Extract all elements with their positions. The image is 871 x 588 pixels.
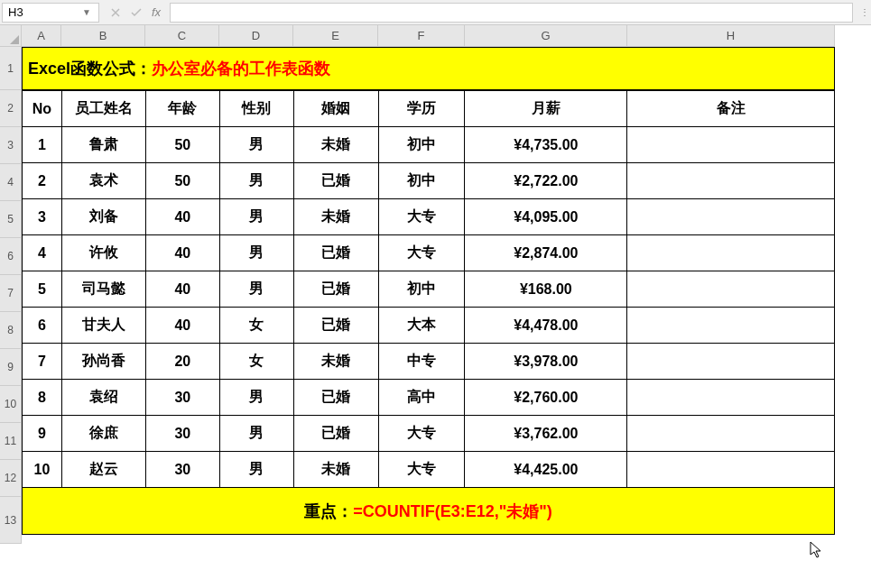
cell-education[interactable]: 初中 bbox=[378, 163, 465, 199]
header-remark[interactable]: 备注 bbox=[627, 91, 835, 127]
cell-remark[interactable] bbox=[627, 416, 835, 452]
table-header-row[interactable]: No 员工姓名 年龄 性别 婚姻 学历 月薪 备注 bbox=[23, 91, 835, 127]
cell-name[interactable]: 司马懿 bbox=[61, 271, 145, 308]
cell-remark[interactable] bbox=[627, 127, 835, 163]
cell-no[interactable]: 3 bbox=[23, 199, 62, 235]
cell-salary[interactable]: ¥4,735.00 bbox=[465, 127, 627, 163]
column-header[interactable]: F bbox=[378, 25, 465, 47]
name-box-dropdown-icon[interactable]: ▼ bbox=[80, 7, 93, 17]
table-row[interactable]: 2袁术50男已婚初中¥2,722.00 bbox=[23, 163, 835, 199]
cell-education[interactable]: 初中 bbox=[378, 127, 465, 163]
cell-gender[interactable]: 女 bbox=[219, 308, 293, 344]
cell-remark[interactable] bbox=[627, 235, 835, 271]
cell-salary[interactable]: ¥2,874.00 bbox=[465, 235, 627, 271]
header-salary[interactable]: 月薪 bbox=[465, 91, 627, 127]
name-box[interactable]: H3 ▼ bbox=[2, 3, 99, 23]
row-header[interactable]: 12 bbox=[0, 460, 22, 497]
cell-marital[interactable]: 已婚 bbox=[293, 271, 378, 308]
cell-remark[interactable] bbox=[627, 271, 835, 308]
cell-no[interactable]: 4 bbox=[23, 235, 62, 271]
cell-name[interactable]: 徐庶 bbox=[61, 416, 145, 452]
column-header[interactable]: B bbox=[61, 25, 145, 47]
table-row[interactable]: 9徐庶30男已婚大专¥3,762.00 bbox=[23, 416, 835, 452]
cell-education[interactable]: 大专 bbox=[378, 199, 465, 235]
cell-salary[interactable]: ¥3,762.00 bbox=[465, 416, 627, 452]
table-row[interactable]: 3刘备40男未婚大专¥4,095.00 bbox=[23, 199, 835, 235]
row-header[interactable]: 8 bbox=[0, 312, 22, 349]
table-row[interactable]: 5司马懿40男已婚初中¥168.00 bbox=[23, 271, 835, 308]
row-header[interactable]: 13 bbox=[0, 497, 22, 544]
cell-marital[interactable]: 未婚 bbox=[293, 452, 378, 488]
cell-no[interactable]: 5 bbox=[23, 271, 62, 308]
cell-name[interactable]: 刘备 bbox=[61, 199, 145, 235]
cell-marital[interactable]: 未婚 bbox=[293, 127, 378, 163]
confirm-icon[interactable] bbox=[130, 7, 143, 18]
table-row[interactable]: 10赵云30男未婚大专¥4,425.00 bbox=[23, 452, 835, 488]
cell-salary[interactable]: ¥2,760.00 bbox=[465, 380, 627, 416]
cell-remark[interactable] bbox=[627, 380, 835, 416]
cell-gender[interactable]: 男 bbox=[219, 452, 293, 488]
footer-row[interactable]: 重点： =COUNTIF(E3:E12,"未婚") bbox=[22, 488, 835, 535]
column-header[interactable]: E bbox=[293, 25, 378, 47]
cell-education[interactable]: 初中 bbox=[378, 271, 465, 308]
table-row[interactable]: 7孙尚香20女未婚中专¥3,978.00 bbox=[23, 344, 835, 380]
cell-marital[interactable]: 已婚 bbox=[293, 163, 378, 199]
fx-icon[interactable]: fx bbox=[152, 5, 161, 19]
row-header[interactable]: 11 bbox=[0, 423, 22, 460]
column-header[interactable]: H bbox=[627, 25, 835, 47]
table-row[interactable]: 8袁绍30男已婚高中¥2,760.00 bbox=[23, 380, 835, 416]
cell-name[interactable]: 许攸 bbox=[61, 235, 145, 271]
cell-gender[interactable]: 男 bbox=[219, 199, 293, 235]
cell-name[interactable]: 赵云 bbox=[61, 452, 145, 488]
header-age[interactable]: 年龄 bbox=[145, 91, 219, 127]
cell-no[interactable]: 9 bbox=[23, 416, 62, 452]
cell-gender[interactable]: 男 bbox=[219, 416, 293, 452]
cell-remark[interactable] bbox=[627, 199, 835, 235]
cell-gender[interactable]: 男 bbox=[219, 271, 293, 308]
cell-no[interactable]: 2 bbox=[23, 163, 62, 199]
header-name[interactable]: 员工姓名 bbox=[61, 91, 145, 127]
sheet-content[interactable]: Excel函数公式： 办公室必备的工作表函数 No 员工姓名 年龄 性别 婚姻 … bbox=[22, 47, 871, 535]
column-header[interactable]: D bbox=[219, 25, 293, 47]
cell-age[interactable]: 30 bbox=[145, 452, 219, 488]
header-education[interactable]: 学历 bbox=[378, 91, 465, 127]
cancel-icon[interactable] bbox=[110, 7, 121, 18]
cell-age[interactable]: 40 bbox=[145, 235, 219, 271]
column-header[interactable]: C bbox=[145, 25, 219, 47]
cell-marital[interactable]: 已婚 bbox=[293, 235, 378, 271]
cell-salary[interactable]: ¥4,095.00 bbox=[465, 199, 627, 235]
cell-no[interactable]: 8 bbox=[23, 380, 62, 416]
cell-gender[interactable]: 女 bbox=[219, 344, 293, 380]
cell-education[interactable]: 大专 bbox=[378, 235, 465, 271]
cell-salary[interactable]: ¥4,425.00 bbox=[465, 452, 627, 488]
cell-name[interactable]: 孙尚香 bbox=[61, 344, 145, 380]
cell-age[interactable]: 50 bbox=[145, 127, 219, 163]
row-header[interactable]: 3 bbox=[0, 127, 22, 164]
column-header[interactable]: G bbox=[465, 25, 627, 47]
cell-education[interactable]: 中专 bbox=[378, 344, 465, 380]
cell-salary[interactable]: ¥3,978.00 bbox=[465, 344, 627, 380]
cell-remark[interactable] bbox=[627, 163, 835, 199]
cell-no[interactable]: 10 bbox=[23, 452, 62, 488]
table-row[interactable]: 1鲁肃50男未婚初中¥4,735.00 bbox=[23, 127, 835, 163]
row-header[interactable]: 4 bbox=[0, 164, 22, 201]
cell-age[interactable]: 50 bbox=[145, 163, 219, 199]
row-header[interactable]: 7 bbox=[0, 275, 22, 312]
cell-marital[interactable]: 已婚 bbox=[293, 308, 378, 344]
formula-input[interactable] bbox=[170, 3, 853, 23]
row-header[interactable]: 6 bbox=[0, 238, 22, 275]
header-no[interactable]: No bbox=[23, 91, 62, 127]
header-marital[interactable]: 婚姻 bbox=[293, 91, 378, 127]
column-header[interactable]: A bbox=[22, 25, 61, 47]
cell-name[interactable]: 袁绍 bbox=[61, 380, 145, 416]
cell-age[interactable]: 40 bbox=[145, 199, 219, 235]
row-header[interactable]: 9 bbox=[0, 349, 22, 386]
cell-education[interactable]: 大专 bbox=[378, 452, 465, 488]
cell-remark[interactable] bbox=[627, 452, 835, 488]
cell-age[interactable]: 40 bbox=[145, 308, 219, 344]
cell-no[interactable]: 6 bbox=[23, 308, 62, 344]
cell-remark[interactable] bbox=[627, 308, 835, 344]
cell-name[interactable]: 袁术 bbox=[61, 163, 145, 199]
cell-education[interactable]: 大本 bbox=[378, 308, 465, 344]
cell-marital[interactable]: 已婚 bbox=[293, 380, 378, 416]
